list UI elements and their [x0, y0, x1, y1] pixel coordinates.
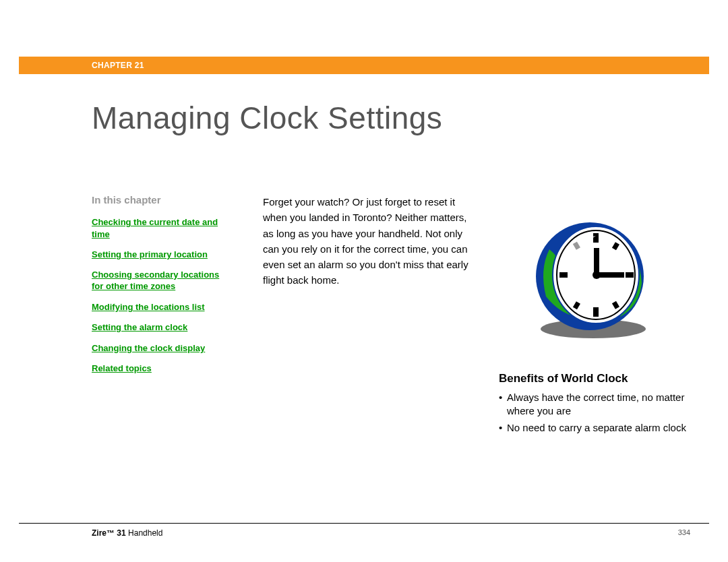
benefits-list: Always have the correct time, no matter … — [499, 391, 708, 435]
sidebar-heading: In this chapter — [92, 194, 233, 206]
footer-product-bold: Zire™ 31 — [92, 528, 126, 538]
benefits-item: No need to carry a separate alarm clock — [499, 421, 708, 435]
toc-link-modifying-locations[interactable]: Modifying the locations list — [92, 301, 205, 313]
footer-page-number: 334 — [678, 528, 690, 536]
toc-item: Checking the current date and time — [92, 216, 233, 240]
svg-rect-4 — [593, 233, 599, 243]
toc-item: Setting the primary location — [92, 248, 233, 261]
intro-paragraph: Forget your watch? Or just forget to res… — [263, 194, 479, 288]
footer-divider — [19, 523, 709, 524]
toc-list: Checking the current date and time Setti… — [92, 216, 233, 375]
toc-link-alarm-clock[interactable]: Setting the alarm clock — [92, 321, 187, 334]
in-this-chapter-sidebar: In this chapter Checking the current dat… — [92, 194, 233, 383]
toc-link-secondary-locations[interactable]: Choosing secondary locations for other t… — [92, 269, 233, 292]
footer-product-name: Zire™ 31 Handheld — [92, 528, 162, 538]
toc-item: Setting the alarm clock — [92, 321, 233, 334]
footer-product-rest: Handheld — [126, 528, 163, 538]
benefits-heading: Benefits of World Clock — [499, 372, 708, 385]
svg-rect-5 — [593, 307, 599, 317]
svg-rect-7 — [626, 272, 634, 278]
toc-link-primary-location[interactable]: Setting the primary location — [92, 249, 208, 261]
world-clock-icon — [526, 209, 661, 346]
svg-point-14 — [593, 271, 601, 279]
chapter-header-bar: CHAPTER 21 — [19, 57, 709, 74]
benefits-item: Always have the correct time, no matter … — [499, 391, 708, 417]
chapter-label: CHAPTER 21 — [92, 61, 144, 70]
toc-item: Choosing secondary locations for other t… — [92, 269, 233, 292]
toc-link-related-topics[interactable]: Related topics — [92, 363, 152, 375]
toc-link-checking-date-time[interactable]: Checking the current date and time — [92, 216, 233, 240]
page-title: Managing Clock Settings — [92, 100, 442, 136]
benefits-section: Benefits of World Clock Always have the … — [499, 372, 708, 439]
toc-item: Related topics — [92, 362, 233, 375]
toc-link-clock-display[interactable]: Changing the clock display — [92, 342, 205, 354]
svg-rect-6 — [559, 272, 568, 278]
toc-item: Changing the clock display — [92, 342, 233, 354]
toc-item: Modifying the locations list — [92, 301, 233, 313]
